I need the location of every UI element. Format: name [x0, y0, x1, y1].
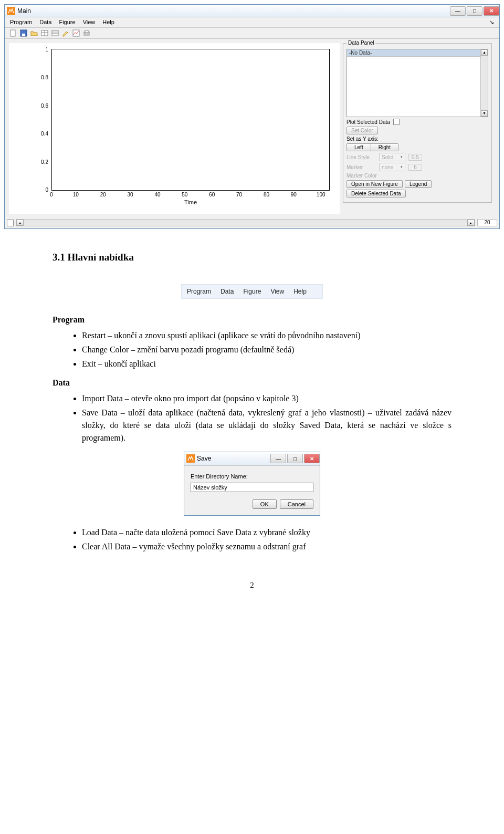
line-width-input[interactable]: 0.5: [408, 154, 422, 161]
app-footer: ◂ ▸ 20: [5, 218, 499, 228]
svg-rect-7: [52, 30, 58, 36]
svg-rect-12: [85, 30, 88, 33]
dialog-maximize-button[interactable]: □: [287, 454, 303, 463]
data-list[interactable]: -No Data- ▲ ▼: [346, 49, 488, 117]
right-panel: Data Panel -No Data- ▲ ▼ Plot Selected D…: [340, 43, 495, 214]
directory-name-input[interactable]: [191, 483, 313, 492]
line-style-select[interactable]: Solid▾: [379, 153, 405, 161]
edit-icon[interactable]: [61, 29, 70, 37]
menu-figure[interactable]: Figure: [59, 19, 75, 26]
dialog-close-button[interactable]: ✕: [304, 454, 320, 463]
app-icon: [7, 7, 15, 15]
menu-program[interactable]: Program: [10, 19, 32, 26]
dialog-minimize-button[interactable]: ―: [270, 454, 286, 463]
menu-strip-figure: Program Data Figure View Help: [181, 284, 323, 299]
menubar: Program Data Figure View Help ↘: [5, 17, 499, 28]
directory-name-label: Enter Directory Name:: [191, 472, 313, 481]
plot-area: 0 10 20 30 40 50 60 70 80 90 100 Time 1 …: [9, 43, 340, 214]
ok-button[interactable]: OK: [253, 499, 277, 509]
dock-toggle-icon[interactable]: ↘: [489, 19, 494, 26]
open-new-figure-button[interactable]: Open in New Figure: [346, 180, 403, 188]
print-icon[interactable]: [82, 29, 91, 37]
save-dialog-app-icon: [186, 454, 195, 463]
svg-rect-3: [22, 34, 25, 36]
y-ticks: 1 0.8 0.6 0.4 0.2 0: [41, 47, 48, 193]
list-icon[interactable]: [51, 29, 59, 37]
program-list: Restart – ukončí a znovu spustí aplikaci…: [52, 329, 452, 370]
save-icon[interactable]: [19, 29, 28, 37]
scroll-down-icon[interactable]: ▼: [481, 110, 488, 117]
open-folder-icon[interactable]: [30, 29, 38, 37]
list-item: Change Color – změní barvu pozadí progra…: [82, 343, 452, 356]
document-body: 3.1 Hlavní nabídka Program Data Figure V…: [0, 229, 504, 602]
window-controls: ― □ ✕: [449, 6, 499, 16]
list-item: Save Data – uloží data aplikace (načtená…: [82, 406, 452, 444]
marker-color-label: Marker Color: [346, 173, 377, 179]
data-panel-group: Data Panel -No Data- ▲ ▼ Plot Selected D…: [343, 43, 492, 203]
data-list-2: Load Data – načte data uložená pomocí Sa…: [52, 526, 452, 553]
menu-view[interactable]: View: [83, 19, 96, 26]
app-body: 0 10 20 30 40 50 60 70 80 90 100 Time 1 …: [5, 39, 499, 218]
footer-checkbox[interactable]: [7, 220, 14, 226]
marker-select[interactable]: none▾: [379, 163, 405, 171]
data-list-1: Import Data – otevře okno pro import dat…: [52, 392, 452, 444]
window-title: Main: [17, 7, 449, 15]
delete-selected-button[interactable]: Delete Selected Data: [346, 190, 406, 197]
list-item: Exit – ukončí aplikaci: [82, 358, 452, 370]
chart-icon[interactable]: [72, 29, 80, 37]
save-dialog-titlebar: Save ― □ ✕: [184, 452, 320, 466]
toolbar: [5, 28, 499, 39]
close-button[interactable]: ✕: [484, 6, 499, 16]
list-scrollbar[interactable]: ▲ ▼: [480, 49, 488, 117]
maximize-button[interactable]: □: [467, 6, 482, 16]
scroll-left-icon[interactable]: ◂: [16, 220, 24, 226]
section-heading: 3.1 Hlavní nabídka: [52, 250, 452, 265]
new-file-icon[interactable]: [9, 29, 17, 37]
line-style-label: Line Style: [346, 154, 376, 160]
scroll-right-icon[interactable]: ▸: [467, 220, 475, 226]
x-ticks: 0 10 20 30 40 50 60 70 80 90 100: [51, 192, 330, 197]
y-axis-side-toggle: Left Right: [346, 143, 398, 151]
main-app-window: Main ― □ ✕ Program Data Figure View Help…: [4, 4, 500, 229]
list-item: Clear All Data – vymaže všechny položky …: [82, 540, 452, 553]
plot-selected-label: Plot Selected Data: [346, 119, 390, 125]
save-dialog-title: Save: [197, 454, 269, 463]
scroll-up-icon[interactable]: ▲: [481, 49, 488, 56]
set-color-button[interactable]: Set Color: [346, 127, 378, 134]
table-icon[interactable]: [40, 29, 49, 37]
zoom-input[interactable]: 20: [477, 219, 497, 226]
list-item: Import Data – otevře okno pro import dat…: [82, 392, 452, 405]
program-section-label: Program: [52, 314, 452, 326]
x-axis-label: Time: [51, 199, 330, 205]
minimize-button[interactable]: ―: [450, 6, 466, 16]
y-right-button[interactable]: Right: [371, 144, 398, 151]
data-section-label: Data: [52, 377, 452, 389]
titlebar: Main ― □ ✕: [5, 5, 499, 17]
y-left-button[interactable]: Left: [347, 144, 371, 151]
horizontal-scrollbar[interactable]: ◂ ▸: [16, 219, 475, 226]
data-panel-legend: Data Panel: [346, 40, 375, 46]
list-item: Load Data – načte data uložená pomocí Sa…: [82, 526, 452, 539]
plot-axes[interactable]: [51, 49, 330, 191]
svg-rect-1: [10, 30, 15, 36]
menu-help[interactable]: Help: [102, 19, 114, 26]
legend-button[interactable]: Legend: [405, 180, 432, 188]
plot-selected-checkbox[interactable]: [393, 119, 400, 125]
marker-label: Marker: [346, 164, 376, 170]
save-dialog-figure: Save ― □ ✕ Enter Directory Name: OK Canc…: [184, 452, 320, 516]
marker-size-input[interactable]: 6: [408, 164, 422, 171]
set-as-y-label: Set as Y axis:: [346, 136, 379, 142]
menu-data[interactable]: Data: [39, 19, 51, 26]
cancel-button[interactable]: Cancel: [280, 499, 313, 509]
page-number: 2: [52, 579, 452, 591]
no-data-item[interactable]: -No Data-: [347, 49, 480, 57]
list-item: Restart – ukončí a znovu spustí aplikaci…: [82, 329, 452, 342]
